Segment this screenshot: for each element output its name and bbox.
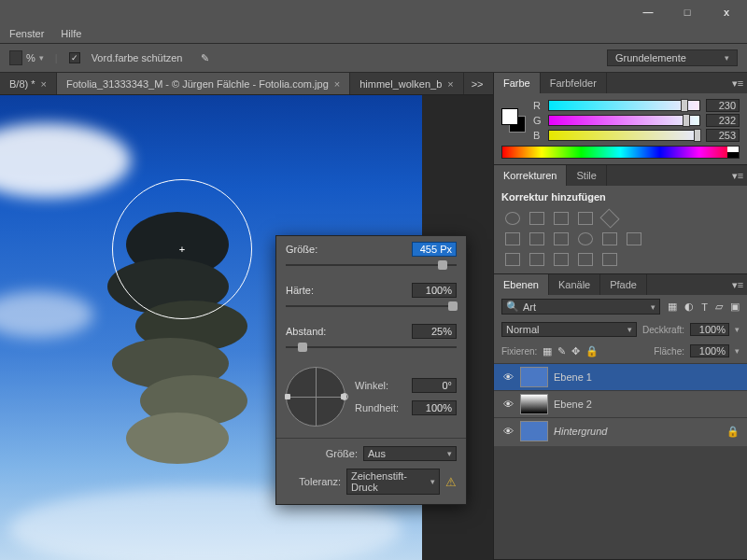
menu-fenster[interactable]: Fenster bbox=[9, 28, 44, 39]
layer-thumbnail[interactable] bbox=[520, 367, 548, 387]
channel-r-input[interactable]: 230 bbox=[706, 99, 740, 112]
brush-size-control-label: Größe: bbox=[326, 448, 358, 459]
bw-icon[interactable] bbox=[554, 232, 569, 245]
layer-thumbnail[interactable] bbox=[520, 421, 548, 441]
lock-icon[interactable]: 🔒 bbox=[726, 426, 740, 438]
lock-transparency-icon[interactable]: ▦ bbox=[543, 345, 552, 357]
workspace-selector[interactable]: Grundelemente ▾ bbox=[607, 49, 738, 66]
selective-color-icon[interactable] bbox=[602, 253, 617, 266]
invert-icon[interactable] bbox=[505, 253, 520, 266]
brush-spacing-input[interactable]: 25% bbox=[412, 324, 457, 339]
chevron-down-icon: ▾ bbox=[725, 53, 729, 63]
curves-icon[interactable] bbox=[554, 212, 569, 225]
document-tab-label: himmel_wolken_b bbox=[359, 78, 442, 90]
lock-position-icon[interactable]: ✥ bbox=[571, 345, 580, 357]
brush-size-control-select[interactable]: Aus▾ bbox=[363, 446, 457, 461]
menu-hilfe[interactable]: Hilfe bbox=[61, 28, 81, 39]
channel-r-label: R bbox=[533, 100, 543, 111]
layer-row[interactable]: 👁 Ebene 1 bbox=[494, 363, 747, 390]
channel-b-input[interactable]: 253 bbox=[706, 129, 740, 142]
window-close-button[interactable]: x bbox=[713, 4, 740, 21]
document-tab-2[interactable]: Fotolia_31333343_M - © Jürgen Fälchle - … bbox=[57, 73, 350, 94]
brush-spacing-slider[interactable] bbox=[286, 341, 457, 354]
layer-row[interactable]: 👁 Hintergrund 🔒 bbox=[494, 417, 747, 444]
photo-filter-icon[interactable] bbox=[578, 232, 593, 245]
channel-g-input[interactable]: 232 bbox=[706, 114, 740, 127]
lock-pixels-icon[interactable]: ✎ bbox=[557, 345, 566, 357]
filter-type-icon[interactable]: T bbox=[701, 301, 708, 313]
close-icon[interactable]: × bbox=[41, 78, 47, 90]
layer-name[interactable]: Hintergrund bbox=[554, 426, 721, 437]
tab-ebenen[interactable]: Ebenen bbox=[494, 274, 549, 295]
panel-menu-icon[interactable]: ▾≡ bbox=[728, 274, 747, 295]
layer-thumbnail[interactable] bbox=[520, 394, 548, 414]
tab-pfade[interactable]: Pfade bbox=[600, 274, 647, 295]
filter-adjust-icon[interactable]: ◐ bbox=[684, 301, 694, 313]
tab-kanale[interactable]: Kanäle bbox=[549, 274, 600, 295]
canvas-area[interactable]: Größe: 455 Px Härte: 100% Abstand: 25% W… bbox=[0, 95, 493, 560]
window-maximize-button[interactable]: □ bbox=[674, 4, 700, 21]
document-tab-3[interactable]: himmel_wolken_b × bbox=[350, 73, 463, 94]
filter-smart-icon[interactable]: ▣ bbox=[730, 301, 740, 313]
tablet-pressure-icon[interactable]: ✎ bbox=[201, 52, 209, 64]
fill-input[interactable]: 100% bbox=[690, 344, 729, 357]
tab-overflow-button[interactable]: >> bbox=[464, 73, 491, 94]
levels-icon[interactable] bbox=[529, 212, 544, 225]
balance-icon[interactable] bbox=[529, 232, 544, 245]
posterize-icon[interactable] bbox=[529, 253, 544, 266]
channel-mixer-icon[interactable] bbox=[602, 232, 617, 245]
tab-stile[interactable]: Stile bbox=[567, 165, 606, 186]
panel-menu-icon[interactable]: ▾≡ bbox=[728, 73, 747, 93]
blend-mode-select[interactable]: Normal▾ bbox=[501, 322, 637, 337]
layer-row[interactable]: 👁 Ebene 2 bbox=[494, 390, 747, 417]
tab-farbe[interactable]: Farbe bbox=[494, 73, 541, 93]
channel-b-label: B bbox=[533, 130, 543, 141]
vibrance-icon[interactable] bbox=[599, 208, 619, 228]
opacity-input[interactable]: 100% bbox=[690, 323, 729, 336]
chevron-down-icon[interactable]: ▾ bbox=[735, 325, 740, 334]
tab-farbfelder[interactable]: Farbfelder bbox=[541, 73, 607, 93]
close-icon[interactable]: × bbox=[447, 78, 453, 90]
channel-g-slider[interactable] bbox=[548, 115, 700, 126]
brush-size-slider[interactable] bbox=[286, 259, 457, 272]
filter-pixel-icon[interactable]: ▦ bbox=[668, 301, 677, 313]
brush-size-input[interactable]: 455 Px bbox=[412, 242, 457, 257]
opacity-label: Deckkraft: bbox=[642, 325, 684, 335]
color-spectrum[interactable] bbox=[501, 146, 740, 159]
panel-menu-icon[interactable]: ▾≡ bbox=[728, 165, 747, 186]
lookup-icon[interactable] bbox=[627, 232, 641, 245]
window-minimize-button[interactable]: — bbox=[635, 4, 661, 21]
visibility-icon[interactable]: 👁 bbox=[501, 371, 514, 383]
chevron-down-icon[interactable]: ▾ bbox=[39, 53, 44, 63]
layer-name[interactable]: Ebene 2 bbox=[554, 399, 740, 410]
brush-tolerance-select[interactable]: Zeichenstift-Druck▾ bbox=[346, 469, 440, 495]
visibility-icon[interactable]: 👁 bbox=[501, 399, 514, 410]
chevron-down-icon[interactable]: ▾ bbox=[735, 346, 740, 356]
protect-foreground-checkbox[interactable]: ✓ bbox=[69, 52, 80, 63]
lock-all-icon[interactable]: 🔒 bbox=[585, 345, 599, 357]
tab-korrekturen[interactable]: Korrekturen bbox=[494, 165, 567, 186]
layer-name[interactable]: Ebene 1 bbox=[554, 371, 740, 383]
visibility-icon[interactable]: 👁 bbox=[501, 426, 514, 437]
document-tab-1[interactable]: B/8) * × bbox=[0, 73, 57, 94]
flow-input[interactable] bbox=[9, 50, 22, 65]
gradient-map-icon[interactable] bbox=[578, 253, 593, 266]
filter-shape-icon[interactable]: ▱ bbox=[715, 301, 723, 313]
flow-unit: % bbox=[26, 52, 35, 63]
brush-roundness-input[interactable]: 100% bbox=[412, 400, 457, 415]
threshold-icon[interactable] bbox=[554, 253, 569, 266]
color-swatch[interactable] bbox=[501, 108, 526, 133]
flow-percent[interactable]: % ▾ bbox=[9, 50, 44, 65]
brightness-icon[interactable] bbox=[505, 212, 520, 225]
close-icon[interactable]: × bbox=[334, 78, 340, 90]
brush-angle-input[interactable]: 0° bbox=[412, 378, 457, 393]
brush-hardness-input[interactable]: 100% bbox=[412, 283, 457, 298]
hue-icon[interactable] bbox=[505, 232, 520, 245]
channel-r-slider[interactable] bbox=[548, 100, 700, 111]
layer-filter-select[interactable]: 🔍Art▾ bbox=[501, 299, 660, 315]
brush-hardness-slider[interactable] bbox=[286, 300, 457, 313]
workspace-label: Grundelemente bbox=[615, 52, 686, 63]
brush-angle-control[interactable] bbox=[286, 367, 345, 427]
exposure-icon[interactable] bbox=[578, 212, 593, 225]
channel-b-slider[interactable] bbox=[548, 130, 700, 141]
